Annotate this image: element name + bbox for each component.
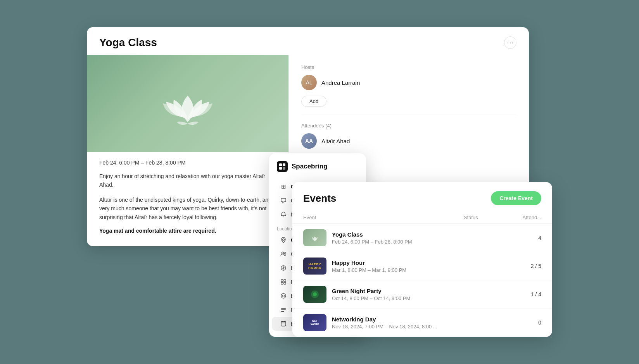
- event-row-yoga[interactable]: Yoga Class Feb 24, 6:00 PM – Feb 28, 8:0…: [292, 224, 552, 252]
- events-card: Events Create Event Event Status Attend.…: [292, 182, 552, 337]
- attendee-row: AA Altaïr Ahad: [301, 133, 516, 149]
- feed-icon: [280, 306, 287, 313]
- event-row-happy-hour[interactable]: HAPPY HOURS Happy Hour Mar 1, 8:00 PM – …: [292, 252, 552, 280]
- event-date: Feb 24, 6:00 PM – Feb 28, 8:00 PM: [99, 160, 276, 166]
- hours-thumb-text: HOURS: [308, 266, 321, 270]
- col-status-label: Status: [464, 215, 510, 220]
- spacebring-logo-icon: [279, 163, 286, 170]
- svg-point-5: [282, 252, 284, 254]
- svg-rect-2: [279, 167, 282, 170]
- svg-point-13: [283, 295, 285, 297]
- col-event-label: Event: [303, 215, 464, 220]
- svg-point-4: [283, 239, 285, 241]
- event-row-green-party[interactable]: Green Night Party Oct 14, 8:00 PM – Oct …: [292, 280, 552, 309]
- divider: [301, 115, 516, 115]
- billing-icon: [280, 264, 287, 271]
- event-time-yoga: Feb 24, 6:00 PM – Feb 28, 8:00 PM: [332, 239, 453, 245]
- brand-area: Spacebring: [269, 161, 366, 178]
- host-row: AL Andrea Larrain: [301, 75, 516, 90]
- svg-point-19: [313, 292, 317, 296]
- event-attendees-yoga: 4: [510, 235, 541, 241]
- svg-rect-0: [279, 163, 282, 166]
- events-title: Events: [303, 192, 336, 204]
- svg-rect-15: [281, 309, 286, 310]
- more-options-button[interactable]: ⋯: [504, 36, 516, 49]
- svg-rect-1: [283, 163, 285, 166]
- event-info-yoga: Yoga Class Feb 24, 6:00 PM – Feb 28, 8:0…: [332, 231, 453, 245]
- attendee-avatar: AA: [301, 133, 317, 149]
- events-header: Events Create Event: [292, 182, 552, 211]
- svg-rect-16: [281, 311, 284, 312]
- event-attendees-green: 1 / 4: [510, 291, 541, 297]
- event-description-2: Altaïr is one of the undisputed kings of…: [99, 196, 276, 221]
- lotus-icon: [157, 72, 219, 134]
- create-event-button[interactable]: Create Event: [491, 191, 541, 205]
- green-party-thumb-icon: [309, 289, 320, 300]
- svg-rect-3: [283, 167, 285, 170]
- event-name-green: Green Night Party: [332, 288, 453, 294]
- event-row-networking[interactable]: NETWORK Networking Day Nov 18, 2024, 7:0…: [292, 309, 552, 337]
- col-attend-label: Attend...: [510, 215, 541, 220]
- happy-thumb-text: HAPPY: [309, 263, 321, 266]
- events-icon: [280, 320, 287, 327]
- svg-rect-17: [281, 321, 286, 326]
- event-thumb-yoga: [303, 229, 326, 246]
- svg-rect-9: [284, 280, 286, 282]
- grid-icon: ⊞: [280, 183, 287, 190]
- bell-icon: [280, 211, 287, 218]
- svg-rect-11: [284, 282, 286, 284]
- attendees-label: Attendees (4): [301, 123, 516, 129]
- event-info-happy: Happy Hour Mar 1, 8:00 PM – Mar 1, 9:00 …: [332, 259, 453, 273]
- brand-name: Spacebring: [292, 163, 328, 170]
- engagement-icon: [280, 292, 287, 299]
- event-thumb-green: [303, 286, 326, 303]
- svg-point-6: [284, 252, 286, 254]
- event-time-happy: Mar 1, 8:00 PM – Mar 1, 9:00 PM: [332, 267, 453, 273]
- location-icon: [280, 237, 287, 244]
- event-info-green: Green Night Party Oct 14, 8:00 PM – Oct …: [332, 288, 453, 301]
- event-attendees-happy: 2 / 5: [510, 263, 541, 269]
- customers-icon: [280, 251, 287, 258]
- yoga-class-title: Yoga Class: [99, 36, 157, 49]
- svg-rect-8: [281, 280, 283, 282]
- event-time-green: Oct 14, 8:00 PM – Oct 14, 9:00 PM: [332, 295, 453, 301]
- events-table-header: Event Status Attend...: [292, 211, 552, 224]
- host-avatar: AL: [301, 75, 317, 90]
- yoga-class-banner: [87, 55, 288, 152]
- brand-logo-icon: [277, 161, 288, 172]
- svg-rect-10: [281, 282, 283, 284]
- event-name-yoga: Yoga Class: [332, 231, 453, 238]
- event-thumb-network: NETWORK: [303, 314, 326, 331]
- event-attendees-networking: 0: [510, 319, 541, 326]
- resources-icon: [280, 278, 287, 285]
- hosts-label: Hosts: [301, 64, 516, 70]
- event-name-networking: Networking Day: [332, 316, 453, 323]
- event-note: Yoga mat and comfortable attire are requ…: [99, 228, 276, 234]
- host-name: Andrea Larrain: [321, 79, 360, 86]
- event-name-happy: Happy Hour: [332, 259, 453, 266]
- network-thumb-text: NETWORK: [311, 319, 319, 326]
- add-host-button[interactable]: Add: [301, 96, 326, 107]
- svg-point-12: [281, 294, 286, 298]
- event-thumb-happy: HAPPY HOURS: [303, 258, 326, 275]
- attendee-name: Altaïr Ahad: [321, 138, 350, 144]
- event-description-1: Enjoy an hour of stretching and relaxati…: [99, 172, 276, 189]
- event-time-networking: Nov 18, 2024, 7:00 PM – Nov 18, 2024, 8:…: [332, 324, 453, 330]
- yoga-class-left-panel: Feb 24, 6:00 PM – Feb 28, 8:00 PM Enjoy …: [87, 55, 288, 246]
- event-info-networking: Networking Day Nov 18, 2024, 7:00 PM – N…: [332, 316, 453, 330]
- chat-icon: [280, 197, 287, 204]
- svg-rect-14: [281, 308, 286, 309]
- yoga-thumb-icon: [309, 232, 321, 244]
